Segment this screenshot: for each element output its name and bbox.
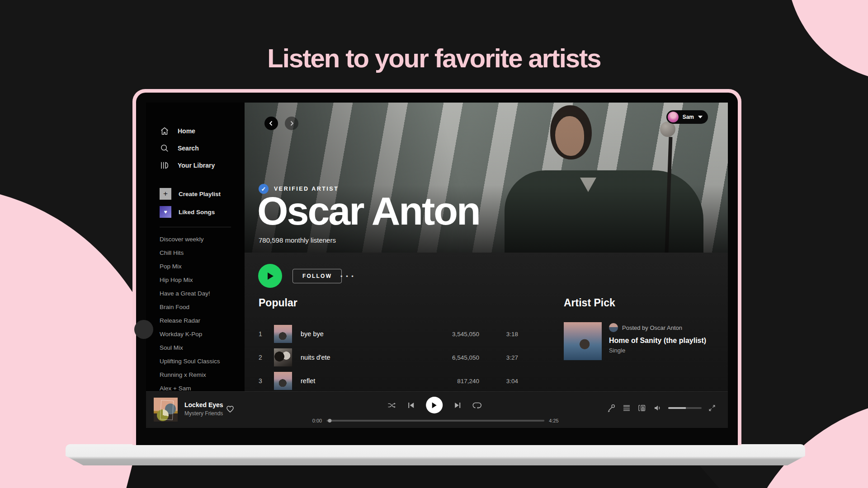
home-icon [160,126,170,136]
queue-icon [622,404,631,413]
player-play-button[interactable] [426,397,443,413]
popular-section-title: Popular [259,297,297,309]
track-thumbnail [274,372,292,390]
track-row[interactable]: 1 bye bye 3,545,050 3:18 [259,322,518,346]
now-playing-title: Locked Eyes [184,401,223,408]
follow-button[interactable]: FOLLOW [292,269,342,283]
progress-knob[interactable] [328,419,331,422]
lyrics-button[interactable] [607,404,616,413]
heart-outline-icon [226,404,235,413]
volume-bar[interactable] [668,407,702,409]
album-art-rect [160,400,174,420]
track-plays: 6,545,050 [429,354,479,361]
sidebar-divider [160,227,231,227]
liked-songs-button[interactable]: ♥ Liked Songs [160,203,245,221]
chevron-left-icon [268,120,274,127]
play-button[interactable] [258,264,282,288]
back-button[interactable] [264,117,278,130]
artist-pick-type: Single [609,347,706,354]
spotify-app: Home Search Your Library [146,103,728,428]
sidebar-item-label: Your Library [178,162,215,169]
playlist-item[interactable]: Brain Food [160,300,245,314]
artist-pick-card[interactable]: Posted by Oscar Anton Home of Sanity (th… [564,322,706,360]
user-menu[interactable]: Sam [666,110,708,124]
progress-bar[interactable] [326,420,544,422]
create-playlist-button[interactable]: + Create Playlist [160,185,245,203]
more-button[interactable]: • • • [338,269,357,283]
playlist-item[interactable]: Discover weekly [160,233,245,246]
sidebar-item-label: Search [178,145,199,152]
playlist-item[interactable]: Chill Hits [160,246,245,260]
sidebar-item-search[interactable]: Search [160,140,245,157]
sidebar-item-label: Home [178,127,195,135]
play-icon [266,272,274,281]
sidebar-item-home[interactable]: Home [160,122,245,140]
forward-button[interactable] [285,117,298,130]
track-duration: 3:27 [479,354,518,361]
laptop-shadow [90,462,769,488]
skip-forward-icon [453,401,462,409]
chevron-right-icon [288,120,295,127]
posted-by-label: Posted by Oscar Anton [622,324,682,331]
shuffle-button[interactable] [387,401,396,410]
microphone-icon [607,404,616,413]
user-avatar [668,112,679,122]
playlist-item[interactable]: Pop Mix [160,260,245,273]
track-thumbnail [274,348,292,366]
skip-back-icon [407,401,415,409]
track-row[interactable]: 3 reflet 817,240 3:04 [259,369,518,393]
playlist-item[interactable]: Have a Great Day! [160,287,245,300]
volume-fill [668,407,686,409]
repeat-button[interactable] [472,401,481,410]
chevron-down-icon [698,116,703,118]
track-number: 1 [259,330,269,338]
track-title: nuits d'ete [301,354,429,361]
track-number: 2 [259,354,269,361]
now-playing-artist: Mystery Friends [184,410,223,417]
track-plays: 817,240 [429,378,479,385]
playlist-item[interactable]: Workday K-Pop [160,328,245,341]
playlist-item[interactable]: Release Radar [160,314,245,328]
track-plays: 3,545,050 [429,331,479,338]
volume-button[interactable] [653,404,662,413]
main-view: Sam ✓ VERIFIED ARTIST Oscar Anton 780,59… [245,103,728,428]
playlist-item[interactable]: Hip Hop Mix [160,273,245,287]
track-row[interactable]: 2 nuits d'ete 6,545,050 3:27 [259,346,518,369]
library-icon [160,160,170,170]
transport-controls [387,397,481,413]
previous-track-button[interactable] [407,401,415,409]
sidebar-item-your-library[interactable]: Your Library [160,157,245,174]
heart-icon: ♥ [160,206,171,218]
laptop-base [66,444,805,465]
laptop-screen: Home Search Your Library [136,93,738,445]
player-right-controls [607,404,716,413]
progress-row: 0:00 4:25 [312,418,559,423]
devices-icon [637,404,646,413]
artist-pick-name: Home of Sanity (the playlist) [609,337,706,345]
connect-device-button[interactable] [637,404,646,413]
playlist-item[interactable]: Running x Remix [160,368,245,382]
search-icon [160,143,170,153]
plus-icon: + [160,188,171,200]
next-track-button[interactable] [453,401,462,409]
shuffle-icon [387,401,396,410]
like-button[interactable] [226,404,235,413]
track-title: bye bye [301,330,429,338]
liked-songs-label: Liked Songs [179,209,215,216]
fullscreen-button[interactable] [708,404,716,412]
track-duration: 3:18 [479,331,518,338]
fullscreen-icon [708,404,716,412]
playlist-item[interactable]: Soul Mix [160,341,245,355]
popular-track-list: 1 bye bye 3,545,050 3:18 2 nuits d'ete 6… [259,322,518,393]
decorative-dot [134,320,153,339]
pink-circle-bottom-right [737,398,868,488]
volume-icon [653,404,662,413]
artist-pick-info: Posted by Oscar Anton Home of Sanity (th… [609,322,706,360]
player-bar: Locked Eyes Mystery Friends [146,391,728,428]
playlist-item[interactable]: Uplifting Soul Classics [160,355,245,368]
queue-button[interactable] [622,404,631,413]
artist-name: Oscar Anton [257,189,480,233]
track-number: 3 [259,377,269,385]
artist-pick-section-title: Artist Pick [564,297,615,309]
page: Listen to your favorite artists Home [0,0,868,488]
